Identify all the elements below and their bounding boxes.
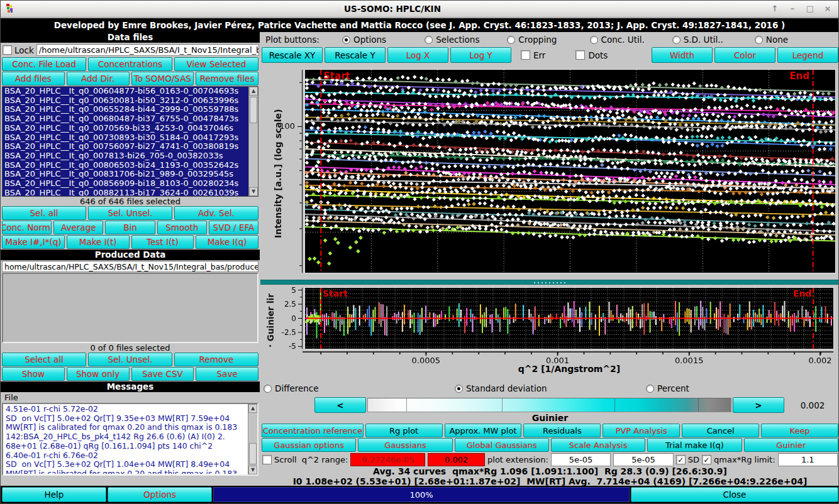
concentration-reference-button[interactable]: Concentration reference — [262, 424, 364, 437]
data-files-list[interactable]: BSA_20_HPLC__It_q0_00604877-bi56_0163-0_… — [2, 86, 258, 197]
residuals-button[interactable]: Residuals — [523, 424, 601, 437]
produced-files-list[interactable] — [2, 273, 258, 343]
file-list-item[interactable]: BSA_20_HPLC__It_q0_00730893-bi30_5184-0_… — [3, 133, 248, 143]
view-selected-button[interactable]: View Selected — [174, 57, 258, 71]
slider-right-button[interactable]: > — [733, 397, 784, 413]
data-files-path-input[interactable]: /home/ultrascan/HPLC_SAXS/BSA/I_t_Nov15/… — [36, 44, 259, 56]
smooth-button[interactable]: Smooth — [157, 221, 207, 234]
file-list-item[interactable]: BSA_20_HPLC__It_q0_00756097-bi27_4741-0_… — [3, 142, 248, 151]
add-files-button[interactable]: Add files — [2, 72, 65, 85]
bin-button[interactable]: Bin — [105, 221, 155, 234]
adv-sel-button[interactable]: Adv. Sel. — [174, 206, 258, 220]
remove-button[interactable]: Remove — [174, 353, 258, 366]
trial-make-i-q-button[interactable]: Trial make I(q) — [647, 438, 742, 452]
shade-icon[interactable]: ↑ — [768, 3, 782, 14]
conc-norm-button[interactable]: Conc. Norm. — [2, 221, 52, 234]
radio-standard-deviation[interactable]: Standard deviation — [455, 383, 646, 393]
select-all-button[interactable]: Select all — [2, 353, 86, 366]
file-list-item[interactable]: BSA_20_HPLC__It_q0_00655284-bi44_2999-0_… — [3, 105, 248, 114]
scroll-checkbox[interactable] — [262, 455, 272, 464]
options-button[interactable]: Options — [108, 487, 212, 502]
dots-checkbox[interactable] — [575, 50, 585, 60]
sel-unsel-button[interactable]: Sel. Unsel. — [88, 353, 172, 366]
messages-scrollbar[interactable]: ▲ ▼ — [248, 404, 257, 474]
svd-efa-button[interactable]: SVD / EFA — [209, 221, 258, 234]
sd-checkbox[interactable]: ✓ — [676, 455, 686, 464]
rescale-xy-button[interactable]: Rescale XY — [262, 47, 323, 63]
remove-files-button[interactable]: Remove files — [196, 72, 258, 85]
radio-none[interactable]: None — [755, 35, 837, 45]
color-range-slider[interactable] — [367, 398, 731, 412]
scroll-up-icon[interactable]: ▲ — [249, 87, 258, 96]
guinier-button[interactable]: Guinier — [744, 438, 838, 452]
conc-file-load-button[interactable]: Conc. File Load — [2, 57, 86, 71]
lock-checkbox[interactable] — [3, 45, 12, 55]
file-menu[interactable]: File — [4, 393, 18, 402]
slider-left-button[interactable]: < — [314, 397, 366, 413]
q2-max-input[interactable]: 0.002 — [428, 453, 485, 466]
legend-button[interactable]: Legend — [777, 47, 838, 63]
scale-analysis-button[interactable]: Scale Analysis — [551, 438, 645, 452]
radio-cropping[interactable]: Cropping — [507, 35, 589, 45]
plot-splitter[interactable] — [260, 280, 839, 285]
file-list-item[interactable]: BSA_20_HPLC__It_q0_007813-bi26_705-0_003… — [3, 151, 248, 161]
guinier-residuals-canvas[interactable] — [260, 285, 839, 363]
radio-percent[interactable]: Percent — [646, 383, 837, 393]
sel-unsel-button[interactable]: Sel. Unsel. — [88, 206, 172, 220]
maximize-icon[interactable]: □ — [803, 3, 817, 14]
minimize-icon[interactable]: – — [786, 3, 799, 14]
err-checkbox[interactable] — [521, 50, 530, 60]
produced-path-input[interactable]: home/ultrascan/HPLC_SAXS/BSA/I_t_Nov15/I… — [2, 261, 258, 272]
concentrations-button[interactable]: Concentrations — [88, 57, 172, 71]
radio-difference[interactable]: Difference — [264, 383, 455, 393]
qmax-rg-limit-checkbox[interactable]: ✓ — [702, 455, 711, 464]
make-i-i-q-button[interactable]: Make I#,I*(q) — [2, 235, 65, 249]
gaussians-button[interactable]: Gaussians — [358, 438, 452, 452]
file-list-item[interactable]: BSA_20_HPLC__It_q0_00680487-bi37_6755-0_… — [3, 114, 248, 124]
scrollbar-thumb[interactable] — [249, 443, 257, 464]
close-icon[interactable]: × — [821, 3, 835, 14]
file-list-scrollbar[interactable]: ▲ ▼ — [248, 87, 258, 196]
scroll-down-icon[interactable]: ▼ — [248, 466, 257, 474]
global-gaussians-button[interactable]: Global Gaussians — [455, 438, 549, 452]
save-button[interactable]: Save — [196, 367, 258, 381]
pvp-analysis-button[interactable]: PVP Analysis — [603, 424, 680, 437]
file-list-item[interactable]: BSA_20_HPLC__It_q0_00831706-bi21_989-0_0… — [3, 170, 248, 179]
approx-mw-plot-button[interactable]: Approx. MW plot — [445, 424, 522, 437]
keep-button[interactable]: Keep — [761, 424, 838, 437]
scrollbar-thumb[interactable] — [250, 97, 257, 123]
rescale-y-button[interactable]: Rescale Y — [325, 47, 386, 63]
cancel-button[interactable]: Cancel — [682, 424, 759, 437]
close-button[interactable]: Close — [631, 487, 838, 502]
to-somo-sas-button[interactable]: To SOMO/SAS — [131, 72, 194, 85]
file-list-item[interactable]: BSA_20_HPLC__It_q0_00856909-bi18_8103-0_… — [3, 179, 248, 189]
save-csv-button[interactable]: Save CSV — [131, 367, 194, 381]
color-button[interactable]: Color — [714, 47, 775, 63]
test-i-t-button[interactable]: Test I(t) — [131, 235, 194, 249]
plot-extension-right-input[interactable]: 5e-05 — [613, 453, 673, 466]
width-button[interactable]: Width — [652, 47, 713, 63]
file-list-item[interactable]: BSA_20_HPLC__It_q0_00806503-bi24_1193-0_… — [3, 161, 248, 170]
radio-s-d-util[interactable]: S.D. Util.. — [672, 35, 755, 45]
file-list-item[interactable]: BSA_20_HPLC__It_q0_00604877-bi56_0163-0_… — [3, 87, 248, 96]
scroll-up-icon[interactable]: ▲ — [248, 404, 257, 413]
gaussian-options-button[interactable]: Gaussian options — [262, 438, 356, 452]
qmax-rg-limit-input[interactable]: 1.1 — [778, 453, 838, 466]
rg-plot-button[interactable]: Rg plot — [365, 424, 443, 437]
log-y-button[interactable]: Log Y — [450, 47, 511, 63]
help-button[interactable]: Help — [2, 487, 106, 502]
average-button[interactable]: Average — [53, 221, 103, 234]
show-only-button[interactable]: Show only — [67, 367, 130, 381]
radio-options[interactable]: Options — [342, 35, 425, 45]
log-x-button[interactable]: Log X — [387, 47, 448, 63]
q2-min-input[interactable]: 9.27246e-05 — [350, 453, 425, 466]
file-list-item[interactable]: BSA_20_HPLC__It_q0_00882113-bi17_3624-0_… — [3, 189, 248, 196]
make-i-t-button[interactable]: Make I(t) — [67, 235, 130, 249]
file-list-item[interactable]: BSA_20_HPLC__It_q0_0070569-bi33_4253-0_0… — [3, 124, 248, 133]
intensity-plot-canvas[interactable] — [260, 63, 839, 280]
show-button[interactable]: Show — [2, 367, 65, 381]
make-i-q-button[interactable]: Make I(q) — [196, 235, 258, 249]
scroll-down-icon[interactable]: ▼ — [249, 187, 258, 196]
radio-selections[interactable]: Selections — [425, 35, 507, 45]
radio-conc-util[interactable]: Conc. Util. — [590, 35, 672, 45]
